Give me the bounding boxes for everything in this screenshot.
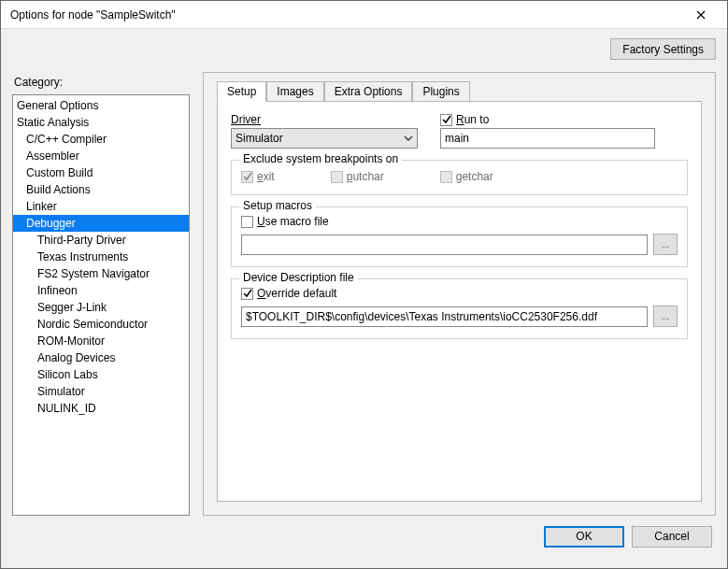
chevron-down-icon <box>404 133 413 146</box>
top-button-row: Factory Settings <box>203 38 716 68</box>
tree-item-nulink-id[interactable]: NULINK_ID <box>13 400 189 417</box>
ddf-group-title: Device Description file <box>239 271 358 284</box>
close-icon <box>696 10 706 20</box>
tree-item-segger-j-link[interactable]: Segger J-Link <box>13 299 189 316</box>
tree-item-nordic-semiconductor[interactable]: Nordic Semiconductor <box>13 316 189 333</box>
override-default-label: Override default <box>257 287 336 300</box>
ok-button[interactable]: OK <box>544 526 624 548</box>
getchar-label: getchar <box>456 170 493 183</box>
category-tree[interactable]: General OptionsStatic AnalysisC/C++ Comp… <box>12 94 190 516</box>
putchar-checkbox <box>331 171 343 183</box>
getchar-checkbox <box>440 171 452 183</box>
driver-field: Driver Simulator <box>231 113 418 149</box>
exit-label: exit <box>257 170 275 183</box>
exclude-checks: exit putchar getchar <box>241 170 678 183</box>
tree-item-fs2-system-navigator[interactable]: FS2 System Navigator <box>13 265 189 282</box>
tree-item-infineon[interactable]: Infineon <box>13 282 189 299</box>
use-macro-checkbox[interactable] <box>241 216 253 228</box>
tab-plugins[interactable]: Plugins <box>412 81 469 102</box>
main-row: Category: General OptionsStatic Analysis… <box>12 38 716 516</box>
ddf-group: Device Description file Override default… <box>231 278 688 339</box>
cancel-button[interactable]: Cancel <box>632 526 712 548</box>
category-label: Category: <box>14 76 190 89</box>
tree-item-third-party-driver[interactable]: Third-Party Driver <box>13 232 189 249</box>
options-panel: SetupImagesExtra OptionsPlugins Driver S… <box>203 72 716 516</box>
factory-settings-button[interactable]: Factory Settings <box>610 38 716 60</box>
run-to-field: Run to <box>440 113 655 149</box>
close-button[interactable] <box>682 2 720 28</box>
driver-runto-row: Driver Simulator Run to <box>231 113 688 149</box>
tab-strip: SetupImagesExtra OptionsPlugins <box>217 80 470 101</box>
category-column: Category: General OptionsStatic Analysis… <box>12 76 190 516</box>
macro-path-input[interactable] <box>241 235 648 255</box>
exclude-group-title: Exclude system breakpoints on <box>239 152 402 165</box>
run-to-label: Run to <box>456 113 489 126</box>
tree-item-texas-instruments[interactable]: Texas Instruments <box>13 249 189 265</box>
tree-item-analog-devices[interactable]: Analog Devices <box>13 349 189 366</box>
tree-item-assembler[interactable]: Assembler <box>13 148 189 164</box>
dialog-footer: OK Cancel <box>12 516 716 557</box>
use-macro-label: Use macro file <box>257 215 329 228</box>
tab-extra-options[interactable]: Extra Options <box>324 81 413 102</box>
driver-label: Driver <box>231 113 418 126</box>
tree-item-c-c-compiler[interactable]: C/C++ Compiler <box>13 131 189 148</box>
dialog-body: Category: General OptionsStatic Analysis… <box>1 29 727 568</box>
tab-setup[interactable]: Setup <box>217 81 266 102</box>
tree-item-custom-build[interactable]: Custom Build <box>13 164 189 181</box>
ddf-browse-button[interactable]: ... <box>653 306 678 327</box>
driver-combo[interactable]: Simulator <box>231 128 418 149</box>
tree-item-build-actions[interactable]: Build Actions <box>13 181 189 198</box>
tab-images[interactable]: Images <box>266 81 323 102</box>
ddf-path-input[interactable] <box>241 306 648 327</box>
tree-item-general-options[interactable]: General Options <box>13 97 189 114</box>
tree-item-static-analysis[interactable]: Static Analysis <box>13 114 189 131</box>
macro-browse-button[interactable]: ... <box>653 234 678 255</box>
putchar-label: putchar <box>347 170 384 183</box>
run-to-input[interactable] <box>440 128 655 149</box>
macros-group: Setup macros Use macro file ... <box>231 206 688 267</box>
override-default-checkbox[interactable] <box>241 288 253 300</box>
driver-combo-value: Simulator <box>236 132 283 145</box>
tree-item-linker[interactable]: Linker <box>13 198 189 215</box>
tab-page-setup: Driver Simulator Run to <box>217 101 702 502</box>
tree-item-silicon-labs[interactable]: Silicon Labs <box>13 366 189 383</box>
window-title: Options for node "SampleSwitch" <box>10 8 682 21</box>
exit-checkbox <box>241 171 253 183</box>
run-to-checkbox[interactable] <box>440 114 452 126</box>
macros-group-title: Setup macros <box>239 199 316 212</box>
options-dialog: Options for node "SampleSwitch" Category… <box>0 0 728 569</box>
right-column: Factory Settings SetupImagesExtra Option… <box>203 38 716 516</box>
tree-item-debugger[interactable]: Debugger <box>13 215 189 232</box>
titlebar: Options for node "SampleSwitch" <box>1 1 727 29</box>
tree-item-rom-monitor[interactable]: ROM-Monitor <box>13 333 189 349</box>
tree-item-simulator[interactable]: Simulator <box>13 383 189 400</box>
exclude-group: Exclude system breakpoints on exit putch… <box>231 160 688 195</box>
